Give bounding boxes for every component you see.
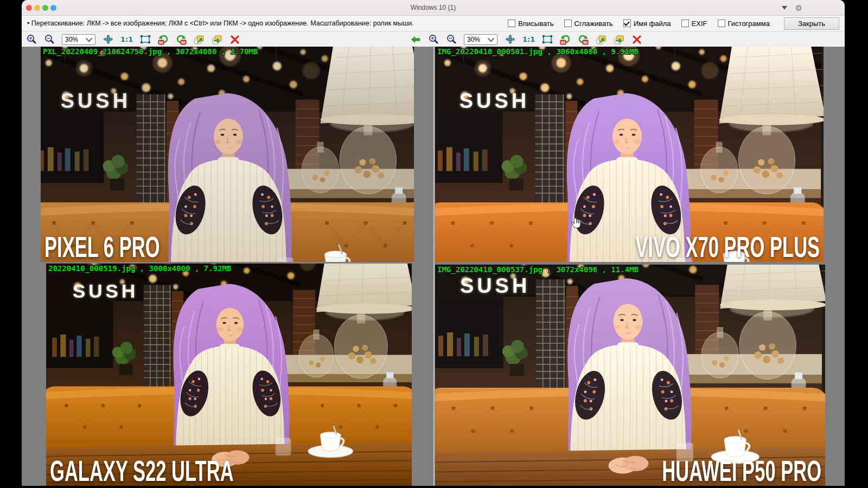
- checkbox-box[interactable]: [508, 20, 515, 27]
- close-window-button[interactable]: [26, 5, 32, 11]
- vm-window: Windows 10 (1) ⚙ • Перетаскивание: ЛКМ -…: [22, 0, 845, 486]
- checkbox-label: Сглаживать: [575, 20, 613, 28]
- drag-hint-text: • Перетаскивание: ЛКМ -> все изображения…: [27, 20, 414, 27]
- zoom-level-select[interactable]: 30%: [62, 34, 95, 45]
- back-arrow-icon[interactable]: [410, 34, 421, 45]
- zoom-level-value: 30%: [467, 36, 489, 43]
- camera-label: VIVO X70 PRO PLUS: [635, 233, 820, 261]
- checkbox-box[interactable]: [623, 20, 631, 27]
- toolbar: 30% 1:1 90 90: [22, 31, 845, 48]
- rotate-right-90-icon[interactable]: 90: [176, 34, 187, 45]
- photo-info-overlay: PXL_20220409_210624750.jpg , 3072x4080 ,…: [43, 47, 258, 56]
- fullscreen-window-button[interactable]: [50, 5, 56, 11]
- copy-image-icon[interactable]: [194, 34, 205, 45]
- zoom-out-icon[interactable]: [44, 34, 55, 45]
- photo-info-overlay: IMG_20220410_000537.jpg , 3072x4096 , 11…: [437, 265, 639, 274]
- checkbox-filename[interactable]: Имя файла: [623, 20, 671, 28]
- zoom-window-button[interactable]: [42, 5, 48, 11]
- toolbar-left-group: 30% 1:1 90 90: [26, 31, 240, 47]
- swap-image-icon[interactable]: [614, 34, 624, 45]
- photo-pixel-6-pro[interactable]: PXL_20220409_210624750.jpg , 3072x4080 ,…: [41, 47, 414, 262]
- pan-image-icon[interactable]: [505, 34, 515, 45]
- checkbox-histogram[interactable]: Гистограмма: [718, 20, 770, 28]
- camera-label: HUAWEI P50 PRO: [662, 457, 821, 485]
- checkbox-fit[interactable]: Вписывать: [508, 20, 553, 28]
- fit-to-window-icon[interactable]: [140, 34, 151, 45]
- photo-huawei-p50-pro[interactable]: IMG_20220410_000537.jpg , 3072x4096 , 11…: [435, 265, 825, 486]
- check-icon: [623, 20, 629, 26]
- comparison-viewer: PXL_20220409_210624750.jpg , 3072x4080 ,…: [22, 47, 845, 486]
- rotate-left-90-icon[interactable]: 90: [158, 34, 169, 45]
- window-menu-caret-icon[interactable]: [782, 6, 787, 10]
- pan-image-icon[interactable]: [103, 34, 113, 45]
- fit-to-window-icon[interactable]: [542, 34, 553, 45]
- camera-label: PIXEL 6 PRO: [44, 233, 160, 261]
- window-title: Windows 10 (1): [411, 4, 456, 11]
- close-viewer-button[interactable]: Закрыть: [784, 17, 839, 30]
- checkbox-exif[interactable]: EXIF: [681, 20, 707, 28]
- svg-text:90: 90: [583, 40, 588, 44]
- photo-vivo-x70-pro-plus[interactable]: IMG_20220410_000501.jpg , 3060x4080 , 9.…: [435, 47, 824, 262]
- checkbox-label: Гистограмма: [728, 20, 770, 28]
- actual-size-button[interactable]: 1:1: [120, 35, 133, 43]
- svg-text:90: 90: [159, 40, 163, 44]
- zoom-in-icon[interactable]: [26, 34, 37, 45]
- traffic-lights: [26, 0, 56, 15]
- svg-text:90: 90: [561, 40, 565, 44]
- swap-image-icon[interactable]: [212, 34, 222, 45]
- checkbox-box[interactable]: [564, 20, 572, 27]
- zoom-in-icon[interactable]: [428, 34, 439, 45]
- hand-cursor-icon: [571, 217, 583, 230]
- zoom-level-value: 30%: [65, 36, 87, 43]
- checkbox-box[interactable]: [718, 20, 725, 27]
- close-image-icon[interactable]: [229, 34, 240, 45]
- photo-info-overlay: 20220410_000519.jpg , 3000x4000 , 7.92MB: [48, 264, 231, 273]
- info-bar: • Перетаскивание: ЛКМ -> все изображения…: [22, 16, 845, 31]
- actual-size-button[interactable]: 1:1: [522, 35, 535, 43]
- svg-text:90: 90: [181, 40, 186, 44]
- title-bar: Windows 10 (1) ⚙: [22, 0, 845, 16]
- pane-divider: [433, 47, 435, 486]
- copy-image-icon[interactable]: [596, 34, 607, 45]
- checkbox-box[interactable]: [681, 20, 689, 27]
- rotate-right-90-icon[interactable]: 90: [578, 34, 589, 45]
- checkbox-label: Имя файла: [634, 20, 671, 28]
- photo-info-overlay: IMG_20220410_000501.jpg , 3060x4080 , 9.…: [437, 47, 639, 56]
- minimize-window-button[interactable]: [34, 5, 40, 11]
- toolbar-right-group: 30% 1:1 90 90: [410, 31, 642, 47]
- photo-galaxy-s22-ultra[interactable]: 20220410_000519.jpg , 3000x4000 , 7.92MB…: [46, 264, 412, 486]
- close-image-icon[interactable]: [631, 34, 642, 45]
- checkbox-label: Вписывать: [518, 20, 553, 28]
- checkbox-smooth[interactable]: Сглаживать: [564, 20, 613, 28]
- zoom-out-icon[interactable]: [446, 34, 457, 45]
- settings-gear-icon[interactable]: ⚙: [795, 4, 802, 12]
- zoom-level-select[interactable]: 30%: [464, 34, 497, 45]
- camera-label: GALAXY S22 ULTRA: [50, 457, 234, 485]
- rotate-left-90-icon[interactable]: 90: [560, 34, 571, 45]
- checkbox-label: EXIF: [692, 20, 707, 28]
